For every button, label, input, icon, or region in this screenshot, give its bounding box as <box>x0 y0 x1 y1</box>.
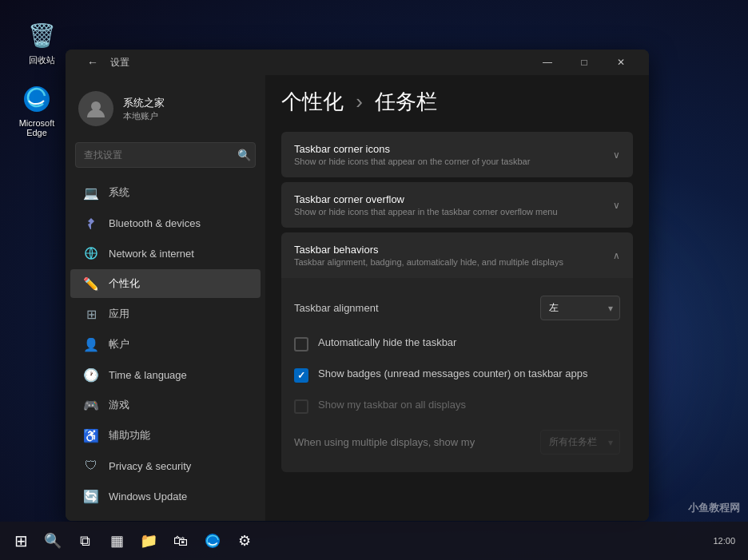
badges-checkbox[interactable] <box>294 368 308 383</box>
back-button[interactable]: ← <box>82 51 104 73</box>
accessibility-label: 辅助功能 <box>109 428 150 443</box>
time-icon: 🕐 <box>83 367 99 383</box>
user-info: 系统之家 本地账户 <box>123 96 165 122</box>
system-icon: 💻 <box>83 185 99 201</box>
sidebar: 系统之家 本地账户 🔍 💻 系统 <box>66 75 265 521</box>
privacy-label: Privacy & security <box>109 460 191 472</box>
section-corner-icons-text: Taskbar corner icons Show or hide icons … <box>294 143 607 166</box>
alignment-row: Taskbar alignment 左 <box>294 288 620 328</box>
hide-taskbar-label: Automatically hide the taskbar <box>318 336 456 348</box>
games-label: 游戏 <box>109 398 129 412</box>
behaviors-chevron: ∧ <box>613 250 620 261</box>
settings-window: ← 设置 — □ ✕ <box>66 50 649 521</box>
maximize-button[interactable]: □ <box>566 50 603 75</box>
sidebar-item-bluetooth[interactable]: Bluetooth & devices <box>70 209 261 237</box>
sidebar-item-network[interactable]: Network & internet <box>70 239 261 268</box>
user-profile[interactable]: 系统之家 本地账户 <box>66 81 265 139</box>
edge-label: Microsoft Edge <box>11 118 62 137</box>
desktop-icon-recycle[interactable]: 🗑️ 回收站 <box>13 16 70 70</box>
badges-row: Show badges (unread messages counter) on… <box>294 359 620 391</box>
privacy-icon: 🛡 <box>83 458 99 474</box>
sidebar-item-games[interactable]: 🎮 游戏 <box>70 391 261 419</box>
section-behaviors-body: Taskbar alignment 左 Automatically hide t… <box>281 278 633 472</box>
section-corner-icons: Taskbar corner icons Show or hide icons … <box>281 132 633 177</box>
network-label: Network & internet <box>109 248 194 260</box>
hide-taskbar-row: Automatically hide the taskbar <box>294 328 620 359</box>
sidebar-item-personalize[interactable]: ✏️ 个性化 <box>70 269 261 298</box>
desktop: 🗑️ 回收站 Microsoft Edge ← 设置 — □ ✕ <box>0 0 748 560</box>
user-name: 系统之家 <box>123 96 165 110</box>
sidebar-item-update[interactable]: 🔄 Windows Update <box>70 482 261 510</box>
settings-taskbar-button[interactable]: ⚙ <box>230 526 259 555</box>
user-type: 本地账户 <box>123 110 165 122</box>
alignment-label: Taskbar alignment <box>294 302 540 314</box>
section-behaviors-text: Taskbar behaviors Taskbar alignment, bad… <box>294 244 607 267</box>
minimize-button[interactable]: — <box>529 50 566 75</box>
section-corner-overflow-title: Taskbar corner overflow <box>294 193 607 205</box>
apps-icon: ⊞ <box>83 306 99 322</box>
all-displays-row: Show my taskbar on all displays <box>294 391 620 422</box>
section-corner-icons-title: Taskbar corner icons <box>294 143 607 155</box>
time-label: Time & language <box>109 369 187 381</box>
system-label: 系统 <box>109 185 129 200</box>
search-button[interactable]: 🔍 <box>38 526 67 555</box>
accounts-icon: 👤 <box>83 336 99 352</box>
section-behaviors-header[interactable]: Taskbar behaviors Taskbar alignment, bad… <box>281 232 633 278</box>
multi-display-row: When using multiple displays, show my 所有… <box>294 422 620 463</box>
task-view-button[interactable]: ⧉ <box>70 526 99 555</box>
window-body: 系统之家 本地账户 🔍 💻 系统 <box>66 75 649 521</box>
games-icon: 🎮 <box>83 397 99 413</box>
update-label: Windows Update <box>109 490 187 502</box>
sidebar-item-accounts[interactable]: 👤 帐户 <box>70 330 261 359</box>
search-input[interactable] <box>75 142 256 168</box>
network-icon <box>83 245 99 261</box>
update-icon: 🔄 <box>83 488 99 504</box>
tray-time: 12:00 <box>713 536 735 546</box>
edge-icon <box>21 83 53 115</box>
avatar <box>78 91 113 126</box>
sidebar-item-accessibility[interactable]: ♿ 辅助功能 <box>70 421 261 450</box>
hide-taskbar-checkbox[interactable] <box>294 337 308 351</box>
section-corner-overflow-text: Taskbar corner overflow Show or hide ico… <box>294 193 607 216</box>
personalize-label: 个性化 <box>109 276 140 291</box>
section-behaviors-desc: Taskbar alignment, badging, automaticall… <box>294 257 607 267</box>
multi-display-label: When using multiple displays, show my <box>294 436 540 448</box>
store-button[interactable]: 🛍 <box>166 526 195 555</box>
section-corner-overflow: Taskbar corner overflow Show or hide ico… <box>281 182 633 228</box>
recycle-bin-icon: 🗑️ <box>26 19 58 51</box>
all-displays-checkbox[interactable] <box>294 399 308 414</box>
section-behaviors-title: Taskbar behaviors <box>294 244 607 256</box>
close-button[interactable]: ✕ <box>603 50 639 75</box>
edge-taskbar-button[interactable] <box>198 526 227 555</box>
sidebar-item-apps[interactable]: ⊞ 应用 <box>70 300 261 328</box>
watermark: 小鱼教程网 <box>688 501 740 515</box>
recycle-bin-label: 回收站 <box>29 54 55 66</box>
alignment-dropdown[interactable]: 左 <box>540 296 620 320</box>
sidebar-item-time[interactable]: 🕐 Time & language <box>70 360 261 389</box>
window-controls: — □ ✕ <box>529 50 639 75</box>
section-corner-overflow-header[interactable]: Taskbar corner overflow Show or hide ico… <box>281 182 633 228</box>
section-corner-icons-desc: Show or hide icons that appear on the co… <box>294 157 607 166</box>
breadcrumb-current: 任务栏 <box>375 89 437 113</box>
main-content: 个性化 › 任务栏 Taskbar corner icons Show or h… <box>265 75 649 521</box>
alignment-value: 左 <box>549 301 559 315</box>
personalize-icon: ✏️ <box>83 276 99 292</box>
desktop-icon-edge[interactable]: Microsoft Edge <box>8 80 66 141</box>
breadcrumb-parent: 个性化 <box>281 89 344 113</box>
system-tray: 12:00 <box>706 536 742 546</box>
search-box: 🔍 <box>75 142 256 168</box>
section-behaviors: Taskbar behaviors Taskbar alignment, bad… <box>281 232 633 472</box>
badges-label: Show badges (unread messages counter) on… <box>318 367 587 379</box>
start-button[interactable]: ⊞ <box>6 526 35 555</box>
section-corner-icons-header[interactable]: Taskbar corner icons Show or hide icons … <box>281 132 633 177</box>
sidebar-item-privacy[interactable]: 🛡 Privacy & security <box>70 451 261 480</box>
explorer-button[interactable]: 📁 <box>134 526 163 555</box>
title-bar: ← 设置 — □ ✕ <box>66 50 649 75</box>
widgets-button[interactable]: ▦ <box>102 526 131 555</box>
breadcrumb-separator: › <box>356 89 363 113</box>
taskbar: ⊞ 🔍 ⧉ ▦ 📁 🛍 ⚙ 12:00 <box>0 522 748 560</box>
sidebar-item-system[interactable]: 💻 系统 <box>70 178 261 207</box>
bluetooth-label: Bluetooth & devices <box>109 217 201 229</box>
search-icon[interactable]: 🔍 <box>237 149 251 161</box>
window-title: 设置 <box>110 56 529 70</box>
